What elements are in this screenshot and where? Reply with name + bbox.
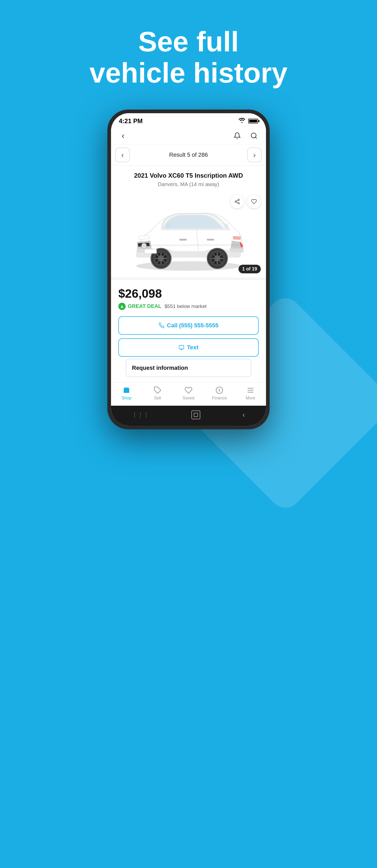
result-counter: Result 5 of 286	[169, 152, 208, 158]
share-button[interactable]	[230, 195, 244, 208]
prev-arrow-icon: ‹	[121, 150, 124, 159]
svg-line-6	[236, 200, 238, 201]
section-divider-1	[111, 278, 266, 280]
phone-wrapper: 4:21 PM ‹	[0, 110, 377, 482]
deal-icon: ▲	[118, 303, 126, 310]
next-arrow-icon: ›	[253, 150, 256, 159]
tab-more[interactable]: More	[240, 386, 261, 400]
price-section: $26,098 ▲ GREAT DEAL $551 below market	[111, 280, 266, 314]
hero-title: See full vehicle history	[90, 26, 287, 89]
cta-section: Call (555) 555-5555 Text	[111, 314, 266, 359]
phone-screen: 4:21 PM ‹	[111, 113, 266, 426]
notification-button[interactable]	[232, 130, 243, 142]
status-icons	[238, 118, 258, 124]
deal-detail: $551 below market	[165, 304, 207, 309]
svg-line-5	[236, 202, 238, 203]
wifi-icon	[238, 118, 246, 124]
deal-label: GREAT DEAL	[128, 303, 162, 309]
call-button-label: Call (555) 555-5555	[167, 322, 218, 329]
svg-line-1	[255, 137, 256, 138]
android-menu-button[interactable]: ⋮⋮⋮	[132, 412, 149, 418]
request-info-label: Request information	[132, 365, 188, 371]
svg-rect-35	[144, 249, 157, 253]
car-price: $26,098	[118, 286, 259, 301]
next-result-button[interactable]: ›	[247, 148, 262, 162]
tab-more-label: More	[246, 396, 255, 400]
tab-shop-label: Shop	[122, 396, 131, 400]
prev-result-button[interactable]: ‹	[115, 148, 130, 162]
status-bar: 4:21 PM	[111, 113, 266, 127]
request-info-section[interactable]: Request information	[126, 359, 251, 377]
text-button[interactable]: Text	[118, 338, 259, 357]
car-title: 2021 Volvo XC60 T5 Inscription AWD	[118, 172, 259, 179]
car-info-section: 2021 Volvo XC60 T5 Inscription AWD Danve…	[111, 166, 266, 190]
hero-section: See full vehicle history	[58, 0, 319, 110]
car-action-buttons	[230, 195, 261, 208]
car-image-section: ○	[111, 190, 266, 278]
back-chevron-icon: ‹	[122, 131, 125, 141]
topbar-right-icons	[232, 130, 260, 142]
tab-saved[interactable]: Saved	[178, 386, 199, 400]
text-button-label: Text	[187, 344, 199, 351]
tab-finance[interactable]: $ Finance	[209, 386, 230, 400]
battery-icon	[248, 119, 258, 123]
back-button[interactable]: ‹	[117, 130, 129, 142]
tab-sell[interactable]: Sell	[147, 386, 168, 400]
tab-finance-label: Finance	[212, 396, 227, 400]
call-button[interactable]: Call (555) 555-5555	[118, 316, 259, 335]
tab-shop[interactable]: Shop	[116, 386, 137, 400]
result-navigation: ‹ Result 5 of 286 ›	[111, 145, 266, 166]
favorite-button[interactable]	[247, 195, 261, 208]
tab-sell-label: Sell	[154, 396, 161, 400]
svg-rect-11	[207, 239, 214, 241]
tab-saved-label: Saved	[182, 396, 194, 400]
svg-text:$: $	[218, 389, 220, 392]
android-back-button[interactable]: ‹	[242, 411, 245, 419]
status-time: 4:21 PM	[119, 117, 143, 125]
svg-point-0	[251, 133, 256, 138]
bottom-navigation: Shop Sell Saved	[111, 382, 266, 406]
svg-rect-36	[179, 345, 184, 349]
deal-badge: ▲ GREAT DEAL $551 below market	[118, 303, 259, 310]
search-button[interactable]	[248, 130, 260, 142]
android-home-button[interactable]	[192, 410, 200, 419]
svg-rect-10	[179, 239, 187, 241]
phone-device: 4:21 PM ‹	[107, 110, 270, 429]
image-counter: 1 of 19	[239, 265, 261, 273]
android-navigation-bar: ⋮⋮⋮ ‹	[111, 406, 266, 426]
car-location: Danvers, MA (14 mi away)	[118, 181, 259, 187]
app-topbar: ‹	[111, 127, 266, 145]
